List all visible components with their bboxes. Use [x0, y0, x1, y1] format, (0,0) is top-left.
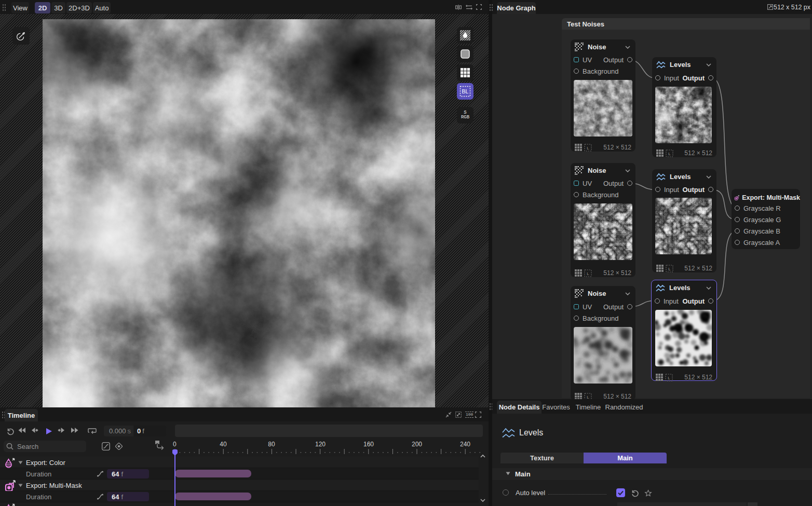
svg-text:L: L	[587, 271, 589, 276]
svg-text:L: L	[668, 152, 671, 156]
svg-text:L: L	[587, 146, 589, 151]
svg-text:L: L	[668, 376, 670, 380]
svg-text:BL: BL	[462, 88, 469, 94]
svg-text:L: L	[668, 267, 671, 271]
